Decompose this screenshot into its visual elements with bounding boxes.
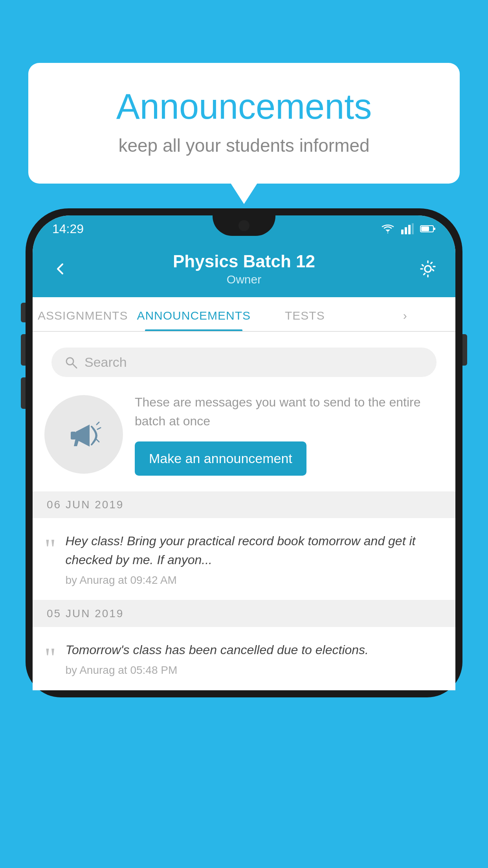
quote-icon-2: " [44, 644, 56, 672]
svg-rect-7 [421, 226, 429, 231]
make-announcement-button[interactable]: Make an announcement [135, 441, 306, 476]
status-bar: 14:29 [33, 215, 455, 242]
camera [238, 220, 250, 231]
svg-rect-10 [71, 432, 76, 440]
svg-rect-4 [412, 223, 414, 234]
silent-button [21, 377, 26, 409]
notch [213, 215, 275, 236]
announcement-description: These are messages you want to send to t… [135, 393, 444, 430]
battery-icon [420, 224, 436, 233]
announcement-promo: These are messages you want to send to t… [33, 377, 455, 491]
phone-frame: 14:29 [26, 208, 462, 697]
svg-line-9 [73, 364, 77, 368]
search-bar[interactable]: Search [51, 348, 437, 377]
back-arrow-icon [53, 262, 67, 276]
header-center: Physics Batch 12 Owner [72, 252, 416, 286]
megaphone-icon [62, 413, 105, 456]
tabs-bar: ASSIGNMENTS ANNOUNCEMENTS TESTS › [33, 297, 455, 332]
svg-rect-1 [401, 230, 404, 234]
tab-assignments[interactable]: ASSIGNMENTS [33, 297, 133, 331]
status-icons [381, 223, 436, 234]
announcement-meta-1: by Anurag at 09:42 AM [65, 574, 441, 587]
announcement-item-1[interactable]: " Hey class! Bring your practical record… [33, 518, 455, 600]
announcement-meta-2: by Anurag at 05:48 PM [65, 664, 441, 677]
search-icon [64, 355, 78, 370]
svg-marker-0 [385, 230, 390, 232]
svg-line-12 [97, 428, 101, 429]
date-separator-2: 05 JUN 2019 [33, 600, 455, 627]
announcement-icon-circle [44, 395, 123, 474]
header-title: Physics Batch 12 [72, 252, 416, 271]
tab-tests[interactable]: TESTS [255, 297, 355, 331]
signal-icon [401, 223, 414, 234]
volume-up-button [21, 303, 26, 322]
back-button[interactable] [48, 257, 72, 281]
svg-rect-3 [408, 225, 411, 234]
announcement-text-1: Hey class! Bring your practical record b… [65, 531, 441, 587]
svg-line-13 [97, 440, 99, 442]
speech-bubble-area: Announcements keep all your students inf… [28, 63, 460, 184]
volume-down-button [21, 334, 26, 366]
gear-icon [418, 259, 438, 279]
speech-bubble: Announcements keep all your students inf… [28, 63, 460, 184]
svg-line-11 [97, 422, 99, 425]
power-button [462, 334, 467, 366]
settings-button[interactable] [416, 257, 440, 281]
phone-screen: 14:29 [33, 215, 455, 690]
announcement-item-2[interactable]: " Tomorrow's class has been cancelled du… [33, 627, 455, 690]
announcement-message-2: Tomorrow's class has been cancelled due … [65, 640, 441, 659]
announcement-message-1: Hey class! Bring your practical record b… [65, 531, 441, 569]
wifi-icon [381, 223, 395, 234]
tab-more[interactable]: › [355, 297, 455, 331]
bubble-subtitle: keep all your students informed [60, 135, 428, 156]
header-subtitle: Owner [72, 273, 416, 286]
quote-icon-1: " [44, 535, 56, 563]
tab-announcements[interactable]: ANNOUNCEMENTS [133, 297, 255, 331]
date-separator-1: 06 JUN 2019 [33, 491, 455, 518]
app-header: Physics Batch 12 Owner [33, 242, 455, 297]
announcement-promo-right: These are messages you want to send to t… [135, 393, 444, 476]
bubble-title: Announcements [60, 86, 428, 127]
svg-rect-6 [433, 228, 435, 230]
status-time: 14:29 [52, 222, 84, 236]
search-placeholder: Search [84, 355, 127, 370]
phone-wrapper: 14:29 [26, 208, 462, 868]
announcement-text-2: Tomorrow's class has been cancelled due … [65, 640, 441, 677]
svg-rect-2 [405, 227, 407, 234]
